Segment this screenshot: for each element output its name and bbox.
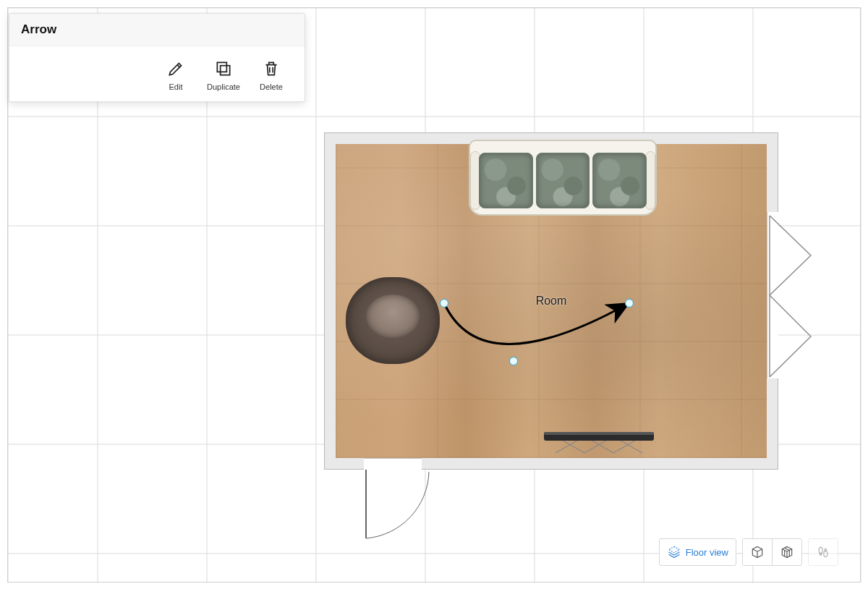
edit-button[interactable]: Edit [156,59,196,91]
floor-view-button[interactable]: Floor view [659,538,736,566]
pencil-icon [166,59,185,78]
duplicate-label: Duplicate [207,82,240,91]
trash-icon [262,59,281,78]
svg-rect-29 [221,66,230,75]
cube-outline-icon [750,545,765,559]
dollhouse-view-button[interactable] [742,538,773,566]
window-icon [767,212,818,378]
duplicate-icon [214,59,233,78]
svg-point-26 [824,551,827,556]
svg-point-25 [819,547,822,553]
cube-3d-icon [780,545,794,559]
door-opening [364,458,422,470]
svg-rect-30 [217,62,226,72]
duplicate-button[interactable]: Duplicate [203,59,244,91]
3d-view-button[interactable] [772,538,802,566]
arrow-handle-start[interactable] [440,299,448,308]
svg-point-28 [825,548,827,551]
arrow-handle-end[interactable] [625,299,634,308]
stack-icon [667,545,681,559]
sofa-furniture[interactable] [469,140,657,216]
footprints-icon [816,545,830,559]
edit-label: Edit [169,82,183,91]
svg-rect-24 [544,432,654,435]
selection-popover: Arrow Edit Duplicate Delete [9,13,305,102]
delete-button[interactable]: Delete [251,59,292,91]
tv-furniture[interactable] [541,428,657,457]
walk-view-button [808,538,838,566]
view-toolbar: Floor view [659,538,838,566]
svg-point-27 [820,554,822,556]
door-swing-icon [364,470,480,549]
floor-view-label: Floor view [686,547,728,558]
armchair-furniture[interactable] [346,277,440,364]
arrow-handle-mid[interactable] [509,357,518,365]
popover-title: Arrow [9,14,305,46]
delete-label: Delete [260,82,283,91]
arrow-annotation[interactable] [438,297,641,370]
